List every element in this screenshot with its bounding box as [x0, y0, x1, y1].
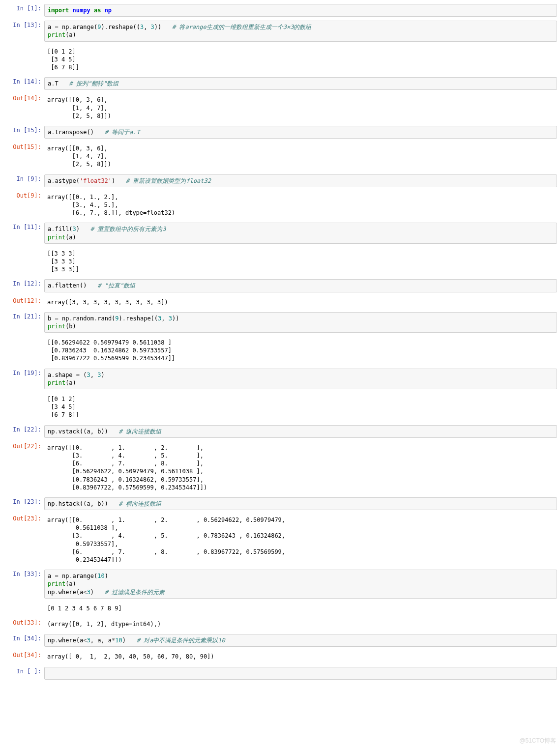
- code-input[interactable]: a.fill(3) # 重置数组中的所有元素为3 print(a): [44, 223, 557, 243]
- execute-result: (array([0, 1, 2], dtype=int64),): [44, 618, 557, 630]
- stream-output: [0 1 2 3 4 5 6 7 8 9]: [44, 603, 557, 614]
- stream-output: [[0 1 2] [3 4 5] [6 7 8]]: [44, 393, 557, 421]
- code-input[interactable]: b = np.random.rand(9).reshape((3, 3)) pr…: [44, 312, 557, 333]
- code-cell: In [22]:np.vstack((a, b)) # 纵向连接数组: [0, 423, 560, 440]
- execute-result: array([[0. , 1. , 2. , 0.56294622, 0.509…: [44, 514, 557, 566]
- in-prompt: In [9]:: [0, 173, 44, 188]
- code-input[interactable]: np.vstack((a, b)) # 纵向连接数组: [44, 425, 557, 438]
- out-prompt: Out[9]:: [0, 190, 44, 220]
- stream-output: [[0.56294622 0.50979479 0.5611038 ] [0.7…: [44, 337, 557, 365]
- out-prompt: Out[23]:: [0, 513, 44, 567]
- output-row: Out[9]:array([[0., 1., 2.], [3., 4., 5.]…: [0, 189, 560, 221]
- code-input[interactable]: a.shape = (3, 3) print(a): [44, 369, 557, 389]
- code-cell: In [12]:a.flatten() # "拉直"数组: [0, 277, 560, 294]
- empty-prompt: [0, 602, 44, 615]
- code-input[interactable]: [44, 667, 557, 680]
- code-cell: In [21]:b = np.random.rand(9).reshape((3…: [0, 310, 560, 335]
- execute-result: array([3, 3, 3, 3, 3, 3, 3, 3, 3]): [44, 296, 557, 308]
- execute-result: array([[0. , 1. , 2. ], [3. , 4. , 5. ],…: [44, 442, 557, 493]
- code-input[interactable]: a = np.arange(9).reshape((3, 3)) # 将aran…: [44, 21, 557, 41]
- in-prompt: In [23]:: [0, 496, 44, 511]
- empty-prompt: [0, 336, 44, 366]
- code-input[interactable]: np.hstack((a, b)) # 横向连接数组: [44, 497, 557, 510]
- code-cell: In [11]:a.fill(3) # 重置数组中的所有元素为3 print(a…: [0, 221, 560, 245]
- code-cell: In [34]:np.where(a<3, a, a*10) # 对a中不满足条…: [0, 632, 560, 649]
- output-row: Out[22]:array([[0. , 1. , 2. ], [3. , 4.…: [0, 440, 560, 495]
- notebook: In [1]:import numpy as npIn [13]:a = np.…: [0, 0, 560, 687]
- in-prompt: In [11]:: [0, 222, 44, 244]
- out-prompt: Out[22]:: [0, 441, 44, 494]
- code-cell: In [13]:a = np.arange(9).reshape((3, 3))…: [0, 19, 560, 43]
- stream-row: [[0.56294622 0.50979479 0.5611038 ] [0.7…: [0, 335, 560, 367]
- execute-result: array([[0, 3, 6], [1, 4, 7], [2, 5, 8]]): [44, 143, 557, 171]
- code-cell: In [14]:a.T # 按列"翻转"数组: [0, 75, 560, 92]
- output-row: Out[34]:array([ 0, 1, 2, 30, 40, 50, 60,…: [0, 649, 560, 664]
- out-prompt: Out[12]:: [0, 295, 44, 309]
- in-prompt: In [33]:: [0, 569, 44, 600]
- empty-prompt: [0, 392, 44, 422]
- out-prompt: Out[33]:: [0, 617, 44, 631]
- code-cell: In [9]:a.astype('float32') # 重新设置数据类型为fl…: [0, 172, 560, 189]
- in-prompt: In [13]:: [0, 20, 44, 42]
- execute-result: array([ 0, 1, 2, 30, 40, 50, 60, 70, 80,…: [44, 651, 557, 662]
- code-cell: In [33]:a = np.arange(10) print(a) np.wh…: [0, 568, 560, 601]
- code-input[interactable]: a.flatten() # "拉直"数组: [44, 279, 557, 292]
- code-input[interactable]: a = np.arange(10) print(a) np.where(a<3)…: [44, 570, 557, 599]
- in-prompt: In [22]:: [0, 424, 44, 439]
- code-cell: In [ ]:: [0, 665, 560, 682]
- execute-result: array([[0., 1., 2.], [3., 4., 5.], [6., …: [44, 191, 557, 219]
- stream-row: [[0 1 2] [3 4 5] [6 7 8]]: [0, 391, 560, 423]
- code-input[interactable]: np.where(a<3, a, a*10) # 对a中不满足条件的元素乘以10: [44, 634, 557, 647]
- in-prompt: In [21]:: [0, 311, 44, 334]
- output-row: Out[33]:(array([0, 1, 2], dtype=int64),): [0, 616, 560, 632]
- stream-output: [[3 3 3] [3 3 3] [3 3 3]]: [44, 248, 557, 276]
- out-prompt: Out[34]:: [0, 650, 44, 663]
- empty-prompt: [0, 247, 44, 277]
- in-prompt: In [19]:: [0, 368, 44, 390]
- stream-row: [[3 3 3] [3 3 3] [3 3 3]]: [0, 246, 560, 278]
- code-cell: In [19]:a.shape = (3, 3) print(a): [0, 367, 560, 391]
- code-cell: In [23]:np.hstack((a, b)) # 横向连接数组: [0, 495, 560, 512]
- output-row: Out[15]:array([[0, 3, 6], [1, 4, 7], [2,…: [0, 141, 560, 172]
- in-prompt: In [15]:: [0, 125, 44, 140]
- out-prompt: Out[14]:: [0, 93, 44, 123]
- code-input[interactable]: a.astype('float32') # 重新设置数据类型为float32: [44, 174, 557, 187]
- output-row: Out[23]:array([[0. , 1. , 2. , 0.5629462…: [0, 512, 560, 568]
- code-input[interactable]: import numpy as np: [44, 4, 557, 17]
- in-prompt: In [34]:: [0, 633, 44, 648]
- code-input[interactable]: a.T # 按列"翻转"数组: [44, 77, 557, 90]
- execute-result: array([[0, 3, 6], [1, 4, 7], [2, 5, 8]]): [44, 94, 557, 122]
- stream-row: [[0 1 2] [3 4 5] [6 7 8]]: [0, 44, 560, 76]
- code-cell: In [1]:import numpy as np: [0, 2, 560, 19]
- out-prompt: Out[15]:: [0, 142, 44, 172]
- stream-row: [0 1 2 3 4 5 6 7 8 9]: [0, 601, 560, 616]
- output-row: Out[12]:array([3, 3, 3, 3, 3, 3, 3, 3, 3…: [0, 294, 560, 310]
- in-prompt: In [ ]:: [0, 666, 44, 681]
- in-prompt: In [1]:: [0, 3, 44, 18]
- code-cell: In [15]:a.transpose() # 等同于a.T: [0, 124, 560, 141]
- code-input[interactable]: a.transpose() # 等同于a.T: [44, 126, 557, 139]
- in-prompt: In [12]:: [0, 278, 44, 293]
- empty-prompt: [0, 45, 44, 75]
- output-row: Out[14]:array([[0, 3, 6], [1, 4, 7], [2,…: [0, 92, 560, 124]
- stream-output: [[0 1 2] [3 4 5] [6 7 8]]: [44, 46, 557, 74]
- in-prompt: In [14]:: [0, 76, 44, 91]
